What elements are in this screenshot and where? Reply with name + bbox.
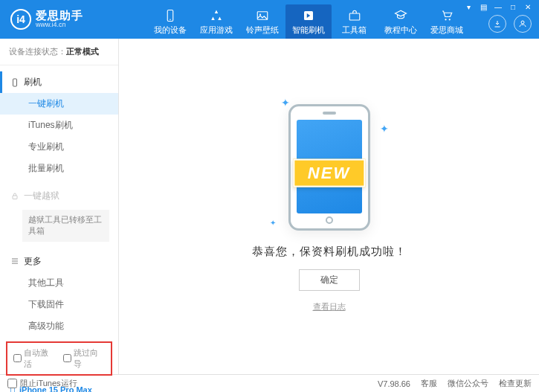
logo-icon: i4 (10, 9, 31, 30)
nav-toolbox[interactable]: 工具箱 (332, 4, 378, 39)
sidebar-item-itunes-flash[interactable]: iTunes刷机 (0, 115, 118, 136)
nav-label: 智能刷机 (292, 25, 325, 36)
new-ribbon: NEW (293, 159, 365, 187)
app-url: www.i4.cn (36, 22, 83, 29)
phone-icon (163, 8, 178, 23)
window-controls: ▾ ▤ — □ ✕ (462, 1, 535, 12)
download-button[interactable] (488, 15, 506, 33)
sidebar-header-flash[interactable]: 刷机 (0, 71, 118, 93)
nav-label: 我的设备 (154, 25, 187, 36)
version-label: V7.98.66 (378, 379, 410, 388)
checkbox-block-itunes[interactable]: 阻止iTunes运行 (7, 378, 77, 389)
check-update-link[interactable]: 检查更新 (499, 378, 532, 389)
titlebar: i4 爱思助手 www.i4.cn 我的设备 应用游戏 铃声壁纸 智能刷机 工具… (0, 0, 539, 39)
nav-label: 工具箱 (342, 25, 367, 36)
svg-point-6 (445, 19, 446, 20)
support-link[interactable]: 客服 (421, 378, 437, 389)
phone-icon (10, 78, 19, 87)
nav-apps[interactable]: 应用游戏 (193, 4, 239, 39)
sidebar-item-onekey-flash[interactable]: 一键刷机 (0, 93, 118, 115)
jailbreak-note: 越狱工具已转移至工具箱 (22, 210, 109, 242)
checkbox-skip-guide[interactable]: 跳过向导 (63, 347, 106, 370)
apps-icon (209, 8, 224, 23)
titlebar-actions (488, 15, 532, 33)
user-button[interactable] (514, 15, 532, 33)
menu-icon[interactable]: ▾ (462, 1, 475, 12)
nav-label: 教程中心 (384, 25, 417, 36)
flash-icon (301, 8, 316, 23)
checkbox-auto-activate[interactable]: 自动激活 (13, 347, 56, 370)
nav-tutorials[interactable]: 教程中心 (378, 4, 424, 39)
svg-point-8 (521, 21, 524, 24)
sidebar-item-download-fw[interactable]: 下载固件 (0, 294, 118, 315)
wechat-link[interactable]: 微信公众号 (448, 378, 488, 389)
app-logo: i4 爱思助手 www.i4.cn (10, 9, 83, 30)
sidebar-item-pro-flash[interactable]: 专业刷机 (0, 136, 118, 158)
list-icon (10, 257, 19, 266)
cart-icon (439, 8, 454, 23)
nav-flash[interactable]: 智能刷机 (285, 4, 332, 39)
nav-my-device[interactable]: 我的设备 (147, 4, 193, 39)
options-highlight-box: 自动激活 跳过向导 (6, 341, 112, 376)
app-title: 爱思助手 (36, 10, 83, 22)
ok-button[interactable]: 确定 (299, 269, 360, 291)
svg-point-7 (448, 19, 450, 20)
sidebar: 设备连接状态：正常模式 刷机 一键刷机 iTunes刷机 专业刷机 批量刷机 一… (0, 39, 119, 374)
svg-rect-5 (349, 13, 360, 20)
close-icon[interactable]: ✕ (521, 1, 535, 12)
sidebar-item-batch-flash[interactable]: 批量刷机 (0, 158, 118, 179)
skin-icon[interactable]: ▤ (477, 1, 490, 12)
sidebar-header-jailbreak: 一键越狱 (0, 185, 118, 207)
svg-rect-10 (13, 196, 17, 199)
view-log-link[interactable]: 查看日志 (313, 301, 346, 312)
nav-label: 铃声壁纸 (246, 25, 279, 36)
lock-icon (10, 192, 19, 201)
svg-rect-9 (13, 79, 17, 86)
nav-ringtones[interactable]: 铃声壁纸 (239, 4, 285, 39)
minimize-icon[interactable]: — (491, 1, 505, 12)
sidebar-item-advanced[interactable]: 高级功能 (0, 315, 118, 337)
sidebar-header-more[interactable]: 更多 (0, 251, 118, 272)
main-content: ✦ ✦ ✦ NEW 恭喜您，保资料刷机成功啦！ 确定 查看日志 (119, 39, 539, 374)
maximize-icon[interactable]: □ (506, 1, 520, 12)
success-message: 恭喜您，保资料刷机成功啦！ (252, 245, 407, 259)
graduation-icon (393, 8, 408, 23)
sidebar-item-other-tools[interactable]: 其他工具 (0, 272, 118, 294)
svg-point-1 (170, 19, 171, 20)
toolbox-icon (347, 8, 362, 23)
device-status: 设备连接状态：正常模式 (0, 39, 118, 65)
image-icon (255, 8, 270, 23)
nav-label: 爱思商城 (430, 25, 463, 36)
success-illustration: ✦ ✦ ✦ NEW (274, 100, 385, 234)
nav-label: 应用游戏 (200, 25, 233, 36)
